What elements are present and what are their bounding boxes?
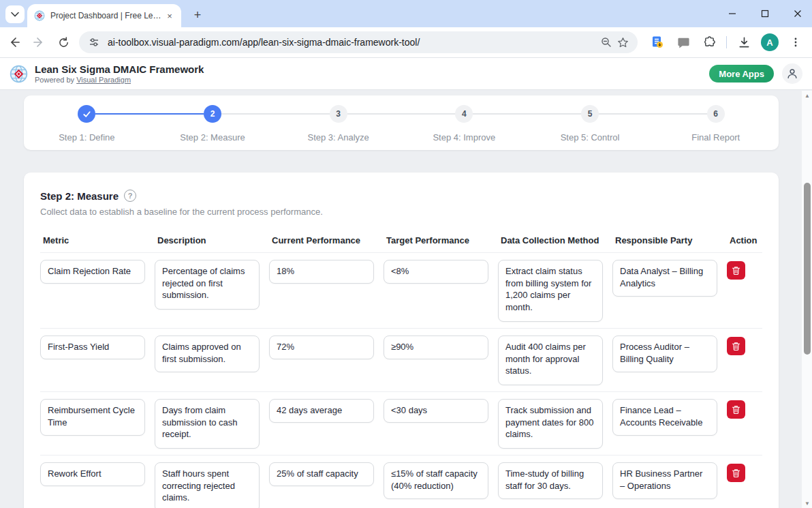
data-collection-input[interactable]: Extract claim status from billing system… — [498, 260, 603, 322]
browser-toolbar: ai-toolbox.visual-paradigm.com/app/lean-… — [0, 27, 812, 58]
metric-input[interactable]: Claim Rejection Rate — [40, 260, 145, 284]
back-button[interactable] — [4, 32, 25, 53]
new-tab-button[interactable]: + — [189, 7, 206, 23]
more-apps-button[interactable]: More Apps — [709, 65, 774, 83]
app-header: Lean Six Sigma DMAIC Framework Powered b… — [0, 58, 812, 90]
responsible-party-input[interactable]: Process Auditor – Billing Quality — [612, 335, 717, 372]
tab-close-icon[interactable]: × — [163, 10, 176, 22]
site-settings-icon[interactable] — [86, 34, 102, 50]
target-performance-input[interactable]: ≥90% — [384, 335, 488, 359]
measure-section-card: Step 2: Measure ? Collect data to establ… — [24, 173, 779, 508]
responsible-party-input[interactable]: HR Business Partner – Operations — [612, 462, 717, 499]
stepper-step-measure[interactable]: 2 Step 2: Measure — [150, 105, 276, 150]
scrollbar-up-icon[interactable]: ▲ — [802, 91, 812, 100]
data-collection-input[interactable]: Track submission and payment dates for 8… — [498, 399, 603, 449]
step-3-label: Step 3: Analyze — [308, 132, 369, 143]
section-subtitle: Collect data to establish a baseline for… — [40, 207, 762, 217]
minimize-icon[interactable] — [728, 9, 737, 18]
description-input[interactable]: Claims approved on first submission. — [155, 335, 260, 372]
step-2-circle: 2 — [204, 105, 221, 123]
current-performance-input[interactable]: 18% — [269, 260, 374, 284]
stepper-step-final-report[interactable]: 6 Final Report — [653, 105, 779, 150]
user-icon — [786, 68, 798, 80]
comment-bubble-extension-icon[interactable] — [674, 33, 692, 51]
stepper-step-analyze[interactable]: 3 Step 3: Analyze — [275, 105, 401, 150]
forward-button[interactable] — [29, 32, 49, 53]
trash-icon — [732, 266, 740, 275]
user-account-button[interactable] — [782, 63, 802, 84]
step-2-label: Step 2: Measure — [180, 132, 245, 143]
url-text[interactable]: ai-toolbox.visual-paradigm.com/app/lean-… — [108, 37, 598, 48]
zoom-icon[interactable] — [598, 34, 614, 50]
help-icon[interactable]: ? — [124, 190, 136, 202]
target-performance-input[interactable]: <8% — [384, 260, 488, 284]
current-performance-input[interactable]: 25% of staff capacity — [269, 462, 374, 486]
col-header-current: Current Performance — [269, 235, 374, 245]
extensions-puzzle-icon[interactable] — [700, 33, 718, 51]
browser-tab[interactable]: Project Dashboard | Free Lean S × — [27, 4, 181, 27]
downloads-icon[interactable] — [735, 33, 753, 51]
delete-row-button[interactable] — [727, 400, 745, 419]
step-4-label: Step 4: Improve — [433, 132, 495, 143]
url-bar[interactable]: ai-toolbox.visual-paradigm.com/app/lean-… — [79, 31, 638, 53]
bookmark-star-icon[interactable] — [614, 34, 631, 50]
step-1-check-icon — [78, 105, 95, 123]
col-header-method: Data Collection Method — [498, 235, 603, 245]
table-row: Reimbursement Cycle Time Days from claim… — [40, 392, 762, 455]
trash-icon — [732, 468, 740, 477]
step-1-label: Step 1: Define — [59, 132, 114, 143]
visual-paradigm-link[interactable]: Visual Paradigm — [76, 76, 131, 84]
delete-row-button[interactable] — [727, 337, 745, 355]
browser-titlebar: Project Dashboard | Free Lean S × + — [0, 0, 812, 27]
stepper-step-control[interactable]: 5 Step 5: Control — [527, 105, 653, 150]
dmaic-stepper: Step 1: Define 2 Step 2: Measure 3 Step … — [24, 95, 779, 150]
col-header-target: Target Performance — [384, 235, 488, 245]
reload-button[interactable] — [53, 32, 74, 53]
window-controls — [728, 0, 802, 27]
docs-offline-extension-icon[interactable] — [649, 33, 666, 51]
step-6-label: Final Report — [691, 132, 740, 143]
table-header-row: Metric Description Current Performance T… — [40, 235, 762, 253]
responsible-party-input[interactable]: Finance Lead – Accounts Receivable — [612, 399, 717, 436]
metric-input[interactable]: Rework Effort — [40, 462, 145, 486]
browser-menu-icon[interactable] — [787, 33, 805, 51]
delete-row-button[interactable] — [727, 464, 745, 482]
target-performance-input[interactable]: ≤15% of staff capacity (40% reduction) — [384, 462, 488, 499]
target-performance-input[interactable]: <30 days — [384, 399, 488, 423]
table-row: Claim Rejection Rate Percentage of claim… — [40, 253, 762, 329]
description-input[interactable]: Percentage of claims rejected on first s… — [155, 260, 260, 310]
description-input[interactable]: Staff hours spent correcting rejected cl… — [155, 462, 260, 508]
browser-profile-avatar[interactable]: A — [761, 33, 779, 51]
data-collection-input[interactable]: Audit 400 claims per month for approval … — [498, 335, 603, 385]
stepper-step-improve[interactable]: 4 Step 4: Improve — [401, 105, 527, 150]
current-performance-input[interactable]: 42 days average — [269, 399, 374, 423]
powered-by: Powered by Visual Paradigm — [35, 76, 204, 84]
scrollbar-down-icon[interactable]: ▼ — [802, 498, 812, 508]
stepper-step-define[interactable]: Step 1: Define — [24, 105, 150, 150]
col-header-party: Responsible Party — [612, 235, 717, 245]
toolbar-extensions: A — [649, 33, 805, 51]
step-6-circle: 6 — [707, 105, 725, 123]
step-4-circle: 4 — [455, 105, 473, 123]
responsible-party-input[interactable]: Data Analyst – Billing Analytics — [612, 260, 717, 297]
trash-icon — [732, 405, 740, 414]
step-5-label: Step 5: Control — [561, 132, 620, 143]
tab-search-button[interactable] — [5, 5, 25, 23]
description-input[interactable]: Days from claim submission to cash recei… — [155, 399, 260, 449]
page-scrollbar[interactable]: ▲ ▼ — [801, 91, 812, 508]
data-collection-input[interactable]: Time-study of billing staff for 30 days. — [498, 462, 603, 499]
delete-row-button[interactable] — [727, 261, 745, 280]
step-5-circle: 5 — [581, 105, 599, 123]
col-header-description: Description — [155, 235, 260, 245]
scrollbar-thumb[interactable] — [804, 183, 811, 355]
close-window-icon[interactable] — [793, 9, 802, 18]
table-row: Rework Effort Staff hours spent correcti… — [40, 455, 762, 508]
maximize-icon[interactable] — [760, 9, 770, 18]
section-title: Step 2: Measure — [40, 190, 119, 202]
metric-input[interactable]: Reimbursement Cycle Time — [40, 399, 145, 436]
metric-input[interactable]: First-Pass Yield — [40, 335, 145, 359]
current-performance-input[interactable]: 72% — [269, 335, 374, 359]
chevron-down-icon — [11, 12, 19, 17]
app-logo-icon — [10, 65, 28, 83]
app-title: Lean Six Sigma DMAIC Framework — [35, 63, 204, 76]
